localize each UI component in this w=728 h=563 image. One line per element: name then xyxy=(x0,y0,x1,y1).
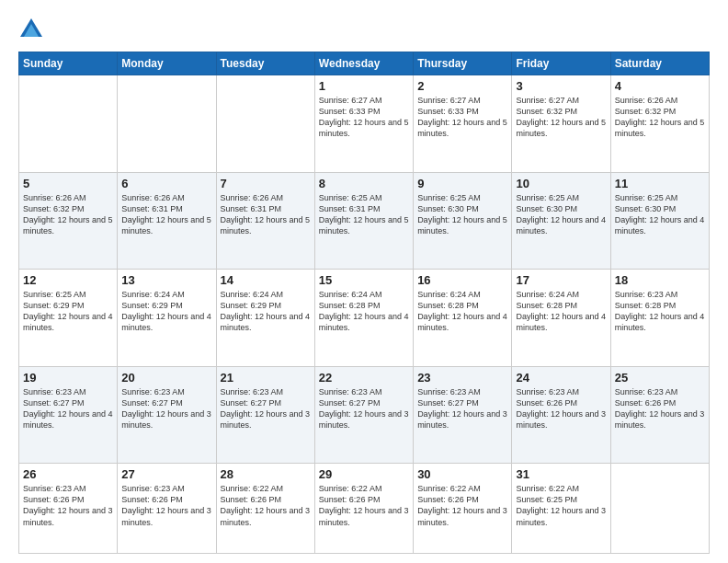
day-number: 8 xyxy=(319,177,409,190)
calendar-cell: 27Sunrise: 6:23 AMSunset: 6:26 PMDayligh… xyxy=(118,464,216,554)
weekday-header-thursday: Thursday xyxy=(414,52,512,75)
week-row-2: 12Sunrise: 6:25 AMSunset: 6:29 PMDayligh… xyxy=(19,270,710,367)
weekday-header-row: SundayMondayTuesdayWednesdayThursdayFrid… xyxy=(19,52,710,75)
weekday-header-monday: Monday xyxy=(118,52,216,75)
calendar-cell: 1Sunrise: 6:27 AMSunset: 6:33 PMDaylight… xyxy=(314,75,413,173)
weekday-header-wednesday: Wednesday xyxy=(314,52,413,75)
day-info: Sunrise: 6:23 AMSunset: 6:27 PMDaylight:… xyxy=(23,386,113,431)
week-row-1: 5Sunrise: 6:26 AMSunset: 6:32 PMDaylight… xyxy=(19,172,710,270)
day-number: 25 xyxy=(615,371,705,385)
calendar-cell: 8Sunrise: 6:25 AMSunset: 6:31 PMDaylight… xyxy=(314,172,413,270)
day-number: 4 xyxy=(615,79,705,93)
calendar-cell: 7Sunrise: 6:26 AMSunset: 6:31 PMDaylight… xyxy=(216,172,314,270)
week-row-3: 19Sunrise: 6:23 AMSunset: 6:27 PMDayligh… xyxy=(19,366,710,464)
day-number: 23 xyxy=(417,371,507,385)
calendar-cell: 10Sunrise: 6:25 AMSunset: 6:30 PMDayligh… xyxy=(512,172,610,270)
day-number: 2 xyxy=(417,79,507,93)
calendar-cell: 18Sunrise: 6:23 AMSunset: 6:28 PMDayligh… xyxy=(610,270,709,367)
calendar-cell: 15Sunrise: 6:24 AMSunset: 6:28 PMDayligh… xyxy=(314,270,413,367)
calendar-cell xyxy=(216,75,314,173)
day-info: Sunrise: 6:22 AMSunset: 6:25 PMDaylight:… xyxy=(516,483,606,528)
day-number: 27 xyxy=(121,467,211,481)
calendar-cell: 21Sunrise: 6:23 AMSunset: 6:27 PMDayligh… xyxy=(216,366,314,464)
calendar-cell: 11Sunrise: 6:25 AMSunset: 6:30 PMDayligh… xyxy=(610,172,709,270)
day-number: 31 xyxy=(516,467,606,481)
logo-icon xyxy=(18,17,44,42)
calendar-cell: 31Sunrise: 6:22 AMSunset: 6:25 PMDayligh… xyxy=(512,464,610,554)
calendar-cell: 20Sunrise: 6:23 AMSunset: 6:27 PMDayligh… xyxy=(118,366,216,464)
day-info: Sunrise: 6:23 AMSunset: 6:26 PMDaylight:… xyxy=(516,386,606,431)
day-info: Sunrise: 6:26 AMSunset: 6:32 PMDaylight:… xyxy=(23,192,113,237)
day-info: Sunrise: 6:24 AMSunset: 6:28 PMDaylight:… xyxy=(417,289,507,334)
day-info: Sunrise: 6:25 AMSunset: 6:31 PMDaylight:… xyxy=(319,192,409,237)
day-info: Sunrise: 6:23 AMSunset: 6:27 PMDaylight:… xyxy=(319,386,409,431)
day-number: 30 xyxy=(417,467,507,481)
calendar-cell: 24Sunrise: 6:23 AMSunset: 6:26 PMDayligh… xyxy=(512,366,610,464)
day-info: Sunrise: 6:25 AMSunset: 6:30 PMDaylight:… xyxy=(516,192,606,237)
day-info: Sunrise: 6:25 AMSunset: 6:30 PMDaylight:… xyxy=(615,192,705,237)
day-info: Sunrise: 6:27 AMSunset: 6:33 PMDaylight:… xyxy=(319,95,409,140)
day-info: Sunrise: 6:23 AMSunset: 6:26 PMDaylight:… xyxy=(121,483,211,528)
calendar-cell: 26Sunrise: 6:23 AMSunset: 6:26 PMDayligh… xyxy=(19,464,118,554)
calendar-cell: 29Sunrise: 6:22 AMSunset: 6:26 PMDayligh… xyxy=(314,464,413,554)
day-number: 15 xyxy=(319,273,409,287)
day-number: 29 xyxy=(319,467,409,481)
day-info: Sunrise: 6:23 AMSunset: 6:28 PMDaylight:… xyxy=(615,289,705,334)
header xyxy=(18,17,710,42)
calendar-cell: 13Sunrise: 6:24 AMSunset: 6:29 PMDayligh… xyxy=(118,270,216,367)
calendar-cell: 28Sunrise: 6:22 AMSunset: 6:26 PMDayligh… xyxy=(216,464,314,554)
day-info: Sunrise: 6:23 AMSunset: 6:27 PMDaylight:… xyxy=(417,386,507,431)
calendar-cell: 6Sunrise: 6:26 AMSunset: 6:31 PMDaylight… xyxy=(118,172,216,270)
calendar-cell: 5Sunrise: 6:26 AMSunset: 6:32 PMDaylight… xyxy=(19,172,118,270)
day-info: Sunrise: 6:26 AMSunset: 6:31 PMDaylight:… xyxy=(221,192,311,237)
day-info: Sunrise: 6:25 AMSunset: 6:30 PMDaylight:… xyxy=(417,192,507,237)
day-number: 24 xyxy=(516,371,606,385)
logo xyxy=(18,17,48,42)
day-info: Sunrise: 6:25 AMSunset: 6:29 PMDaylight:… xyxy=(23,289,113,334)
calendar-cell: 19Sunrise: 6:23 AMSunset: 6:27 PMDayligh… xyxy=(19,366,118,464)
day-number: 3 xyxy=(516,79,606,93)
weekday-header-tuesday: Tuesday xyxy=(216,52,314,75)
day-number: 22 xyxy=(319,371,409,385)
calendar: SundayMondayTuesdayWednesdayThursdayFrid… xyxy=(18,52,710,554)
calendar-cell: 22Sunrise: 6:23 AMSunset: 6:27 PMDayligh… xyxy=(314,366,413,464)
day-info: Sunrise: 6:24 AMSunset: 6:29 PMDaylight:… xyxy=(221,289,311,334)
day-info: Sunrise: 6:23 AMSunset: 6:26 PMDaylight:… xyxy=(23,483,113,528)
day-number: 18 xyxy=(615,273,705,287)
weekday-header-friday: Friday xyxy=(512,52,610,75)
calendar-cell: 25Sunrise: 6:23 AMSunset: 6:26 PMDayligh… xyxy=(610,366,709,464)
week-row-4: 26Sunrise: 6:23 AMSunset: 6:26 PMDayligh… xyxy=(19,464,710,554)
day-info: Sunrise: 6:23 AMSunset: 6:27 PMDaylight:… xyxy=(221,386,311,431)
calendar-cell: 12Sunrise: 6:25 AMSunset: 6:29 PMDayligh… xyxy=(19,270,118,367)
day-info: Sunrise: 6:22 AMSunset: 6:26 PMDaylight:… xyxy=(417,483,507,528)
day-info: Sunrise: 6:27 AMSunset: 6:32 PMDaylight:… xyxy=(516,95,606,140)
day-number: 13 xyxy=(121,273,211,287)
calendar-cell: 14Sunrise: 6:24 AMSunset: 6:29 PMDayligh… xyxy=(216,270,314,367)
calendar-cell: 23Sunrise: 6:23 AMSunset: 6:27 PMDayligh… xyxy=(414,366,512,464)
day-info: Sunrise: 6:24 AMSunset: 6:29 PMDaylight:… xyxy=(121,289,211,334)
day-info: Sunrise: 6:22 AMSunset: 6:26 PMDaylight:… xyxy=(221,483,311,528)
day-number: 7 xyxy=(221,177,311,190)
day-info: Sunrise: 6:23 AMSunset: 6:27 PMDaylight:… xyxy=(121,386,211,431)
calendar-cell: 16Sunrise: 6:24 AMSunset: 6:28 PMDayligh… xyxy=(414,270,512,367)
day-info: Sunrise: 6:24 AMSunset: 6:28 PMDaylight:… xyxy=(319,289,409,334)
day-info: Sunrise: 6:26 AMSunset: 6:32 PMDaylight:… xyxy=(615,95,705,140)
day-number: 17 xyxy=(516,273,606,287)
day-info: Sunrise: 6:23 AMSunset: 6:26 PMDaylight:… xyxy=(615,386,705,431)
calendar-cell xyxy=(610,464,709,554)
day-info: Sunrise: 6:24 AMSunset: 6:28 PMDaylight:… xyxy=(516,289,606,334)
day-info: Sunrise: 6:26 AMSunset: 6:31 PMDaylight:… xyxy=(121,192,211,237)
calendar-cell xyxy=(19,75,118,173)
calendar-cell: 4Sunrise: 6:26 AMSunset: 6:32 PMDaylight… xyxy=(610,75,709,173)
day-number: 11 xyxy=(615,177,705,190)
calendar-cell: 9Sunrise: 6:25 AMSunset: 6:30 PMDaylight… xyxy=(414,172,512,270)
week-row-0: 1Sunrise: 6:27 AMSunset: 6:33 PMDaylight… xyxy=(19,75,710,173)
day-number: 28 xyxy=(221,467,311,481)
day-number: 14 xyxy=(221,273,311,287)
day-number: 9 xyxy=(417,177,507,190)
calendar-cell: 17Sunrise: 6:24 AMSunset: 6:28 PMDayligh… xyxy=(512,270,610,367)
page: SundayMondayTuesdayWednesdayThursdayFrid… xyxy=(0,0,728,563)
day-number: 6 xyxy=(121,177,211,190)
day-number: 12 xyxy=(23,273,113,287)
day-number: 21 xyxy=(221,371,311,385)
